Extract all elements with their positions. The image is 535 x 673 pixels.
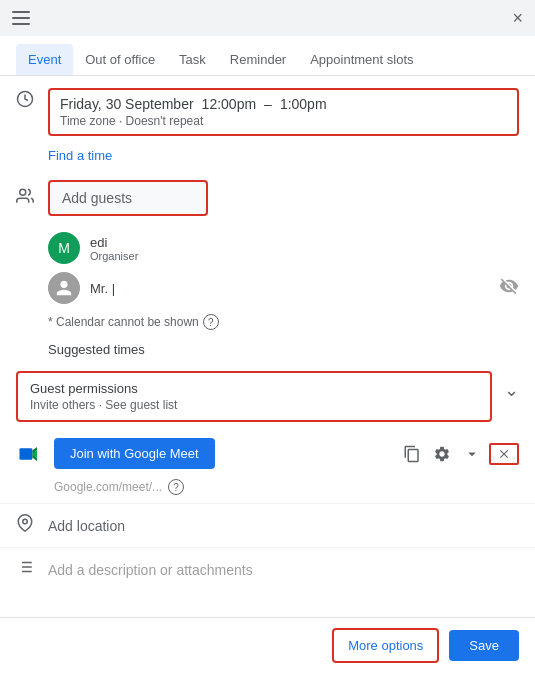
expand-meet-button[interactable] [459,441,485,467]
tab-task[interactable]: Task [167,44,218,75]
save-button[interactable]: Save [449,630,519,661]
organiser-avatar: M [48,232,80,264]
datetime-box[interactable]: Friday, 30 September 12:00pm – 1:00pm Ti… [48,88,519,136]
add-guests-input[interactable]: Add guests [48,180,208,216]
add-description-input[interactable]: Add a description or attachments [48,562,253,578]
join-meet-button[interactable]: Join with Google Meet [54,438,215,469]
add-guests-row: Add guests [0,172,535,224]
bottom-bar: More options Save [0,617,535,673]
meet-row: Join with Google Meet [0,430,535,477]
settings-meet-button[interactable] [429,441,455,467]
calendar-notice: * Calendar cannot be shown ? [0,308,535,336]
datetime-dash: – [264,96,272,112]
permissions-title: Guest permissions [30,381,478,396]
svg-point-4 [23,519,28,524]
organiser-role: Organiser [90,250,519,262]
meet-url-row: Google.com/meet/... ? [0,477,535,503]
guest-item-2: Mr. | [48,272,519,304]
guest-item-organiser: M edi Organiser [48,232,519,264]
tab-reminder[interactable]: Reminder [218,44,298,75]
copy-meet-button[interactable] [399,441,425,467]
permissions-row: Guest permissions Invite others · See gu… [0,363,535,430]
add-location-input[interactable]: Add location [48,518,125,534]
close-icon[interactable]: × [512,9,523,27]
event-end-time: 1:00pm [280,96,327,112]
tab-out-of-office[interactable]: Out of office [73,44,167,75]
description-row: Add a description or attachments [0,547,535,591]
svg-point-1 [20,189,26,195]
location-row: Add location [0,503,535,547]
guest-info-2: Mr. | [90,281,489,296]
meet-actions [399,441,519,467]
datetime-main: Friday, 30 September 12:00pm – 1:00pm [60,96,507,112]
event-start-time: 12:00pm [202,96,256,112]
organiser-name: edi [90,235,519,250]
datetime-row: Friday, 30 September 12:00pm – 1:00pm Ti… [0,76,535,144]
meet-help-icon[interactable]: ? [168,479,184,495]
svg-rect-3 [20,448,33,460]
permissions-sub: Invite others · See guest list [30,398,478,412]
datetime-sub: Time zone · Doesn't repeat [60,114,507,128]
clock-icon [16,88,36,112]
description-icon [16,558,36,581]
menu-icon[interactable] [12,11,30,25]
top-bar: × [0,0,535,36]
guest2-name: Mr. | [90,281,489,296]
help-icon[interactable]: ? [203,314,219,330]
tab-appointment-slots[interactable]: Appointment slots [298,44,425,75]
guest2-avatar [48,272,80,304]
visibility-off-icon [499,276,519,301]
tab-event[interactable]: Event [16,44,73,75]
find-time-row: Find a time [0,144,535,172]
chevron-down-icon[interactable]: ⌄ [504,371,519,401]
find-time-link[interactable]: Find a time [48,148,112,163]
permissions-box[interactable]: Guest permissions Invite others · See gu… [16,371,492,422]
guest-list: M edi Organiser Mr. | [0,224,535,308]
google-meet-logo [16,440,44,468]
meet-url-text: Google.com/meet/... [54,480,162,494]
suggested-times: Suggested times [0,336,535,363]
more-options-button[interactable]: More options [332,628,439,663]
tabs-bar: Event Out of office Task Reminder Appoin… [0,36,535,76]
guest-info-organiser: edi Organiser [90,235,519,262]
location-icon [16,514,36,537]
calendar-notice-text: * Calendar cannot be shown [48,315,199,329]
guests-icon [16,187,36,209]
remove-meet-button[interactable] [489,443,519,465]
event-date: Friday, 30 September [60,96,194,112]
